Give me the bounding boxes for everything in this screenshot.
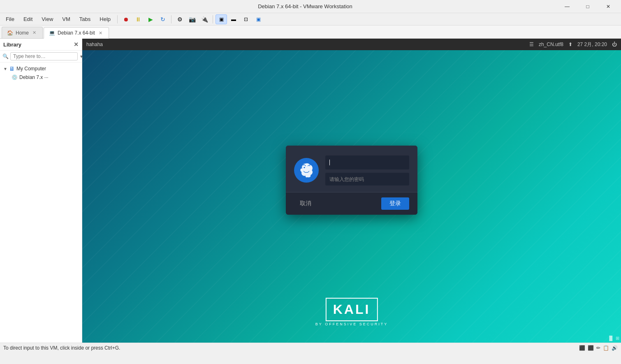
sidebar-tree: ▼ 🖥 My Computer 💿 Debian 7.x ··· xyxy=(0,63,82,343)
toolbar-btn-view3[interactable]: ⊡ xyxy=(240,14,252,24)
menu-view[interactable]: View xyxy=(37,14,57,24)
kali-bottom-logo: KALI BY OFFENSIVE SECURITY xyxy=(315,298,388,326)
toolbar-btn-refresh[interactable]: ↻ xyxy=(157,14,169,24)
toolbar-btn-view2[interactable]: ▬ xyxy=(228,14,239,24)
password-input[interactable] xyxy=(325,173,409,185)
toolbar-separator-2 xyxy=(171,15,171,23)
tab-home-close[interactable]: ✕ xyxy=(31,30,37,36)
login-dialog: 取消 登录 xyxy=(286,146,417,215)
svg-point-1 xyxy=(304,167,305,168)
vm-screen[interactable]: 取消 登录 KALI BY OFFENSIVE SECURITY ▐▌ ⊞ xyxy=(82,50,621,343)
datetime: 27 2月, 20:20 xyxy=(577,41,607,48)
kali-box: KALI xyxy=(326,298,378,321)
toolbar-separator xyxy=(117,15,118,23)
vm-system-tray: ▐▌ ⊞ xyxy=(606,334,621,343)
text-cursor xyxy=(329,160,330,165)
close-button[interactable]: ✕ xyxy=(599,0,618,13)
tray-icon-2: ⊞ xyxy=(616,336,619,341)
tab-debian-close[interactable]: ✕ xyxy=(97,30,104,36)
main-area: Library ✕ 🔍 ▼ ▼ 🖥 My Computer 💿 Debian 7… xyxy=(0,39,621,343)
status-icon-red: ⬛ xyxy=(588,345,594,351)
tab-home[interactable]: 🏠 Home ✕ xyxy=(2,27,43,38)
menu-icon[interactable]: ☰ xyxy=(529,42,534,47)
toolbar-btn-snapshot[interactable]: 📷 xyxy=(186,14,198,24)
search-input[interactable] xyxy=(10,52,78,60)
submit-button[interactable]: 登录 xyxy=(381,197,409,210)
debian-label: Debian 7.x ··· xyxy=(19,74,49,80)
status-bar: To direct input to this VM, click inside… xyxy=(0,343,621,352)
sidebar-title: Library xyxy=(3,42,21,48)
power-icon[interactable]: ⏻ xyxy=(612,42,617,47)
toolbar-btn-usb[interactable]: 🔌 xyxy=(199,14,210,24)
tray-icon-1: ▐▌ xyxy=(607,336,614,341)
tab-home-label: Home xyxy=(16,30,29,36)
sidebar: Library ✕ 🔍 ▼ ▼ 🖥 My Computer 💿 Debian 7… xyxy=(0,39,82,343)
window-title: Debian 7.x 64-bit - VMware Workstation xyxy=(53,3,558,9)
search-icon: 🔍 xyxy=(2,53,9,59)
menu-help[interactable]: Help xyxy=(95,14,115,24)
login-bottom: 取消 登录 xyxy=(286,192,417,215)
maximize-button[interactable]: □ xyxy=(578,0,597,13)
status-icon-green: ⬛ xyxy=(579,345,585,351)
login-top xyxy=(286,146,417,192)
password-cursor-row xyxy=(325,155,409,169)
menu-tabs[interactable]: Tabs xyxy=(75,14,95,24)
toolbar-btn-pause[interactable]: ⏸ xyxy=(132,14,144,24)
network-icon: ⬆ xyxy=(568,42,572,47)
toolbar-separator-3 xyxy=(213,15,213,23)
vm-topbar-right: ☰ zh_CN.utf8 ⬆ 27 2月, 20:20 ⏻ xyxy=(529,41,617,48)
debian-tab-icon: 💻 xyxy=(49,30,55,36)
sidebar-item-mycomputer[interactable]: ▼ 🖥 My Computer xyxy=(0,64,82,73)
login-inputs xyxy=(325,155,409,185)
locale-indicator: zh_CN.utf8 xyxy=(539,42,563,47)
sidebar-header: Library ✕ xyxy=(0,39,82,51)
tree-arrow-icon: ▼ xyxy=(3,67,7,71)
vm-topbar: hahaha ☰ zh_CN.utf8 ⬆ 27 2月, 20:20 ⏻ xyxy=(82,39,621,50)
cancel-button[interactable]: 取消 xyxy=(294,197,317,210)
tab-debian[interactable]: 💻 Debian 7.x 64-bit ✕ xyxy=(44,27,109,39)
title-bar: Debian 7.x 64-bit - VMware Workstation —… xyxy=(0,0,621,13)
window-controls: — □ ✕ xyxy=(558,0,618,13)
home-tab-icon: 🏠 xyxy=(7,30,13,36)
menu-file[interactable]: File xyxy=(2,14,19,24)
vm-area: hahaha ☰ zh_CN.utf8 ⬆ 27 2月, 20:20 ⏻ xyxy=(82,39,621,343)
status-right: ⬛ ⬛ ✏ 📋 🔊 xyxy=(579,345,618,351)
minimize-button[interactable]: — xyxy=(558,0,577,13)
vm-icon: 💿 xyxy=(12,74,18,80)
toolbar-btn-settings[interactable]: ⚙ xyxy=(174,14,185,24)
kali-logo-text: KALI xyxy=(333,302,371,317)
mycomputer-label: My Computer xyxy=(16,66,46,72)
sidebar-close-icon[interactable]: ✕ xyxy=(74,41,79,48)
kali-logo-circle xyxy=(294,158,319,183)
toolbar-btn-view1[interactable]: ▣ xyxy=(215,14,227,24)
menu-bar: File Edit View VM Tabs Help ⏺ ⏸ ▶ ↻ ⚙ 📷 … xyxy=(0,13,621,26)
status-icon-edit: ✏ xyxy=(596,345,600,351)
vm-hostname: hahaha xyxy=(86,42,103,47)
status-message: To direct input to this VM, click inside… xyxy=(3,345,120,351)
toolbar-btn-view4[interactable]: ▣ xyxy=(253,14,264,24)
sidebar-search-bar: 🔍 ▼ xyxy=(0,51,82,63)
kali-subtext: BY OFFENSIVE SECURITY xyxy=(315,322,388,326)
status-icon-audio: 🔊 xyxy=(612,345,618,351)
sidebar-item-debian[interactable]: 💿 Debian 7.x ··· xyxy=(0,73,82,81)
toolbar-btn-record[interactable]: ⏺ xyxy=(120,14,132,24)
tab-debian-label: Debian 7.x 64-bit xyxy=(58,30,95,36)
tab-bar: 🏠 Home ✕ 💻 Debian 7.x 64-bit ✕ xyxy=(0,26,621,39)
menu-vm[interactable]: VM xyxy=(58,14,74,24)
status-icon-clipboard: 📋 xyxy=(603,345,609,351)
menu-edit[interactable]: Edit xyxy=(19,14,37,24)
toolbar-btn-play[interactable]: ▶ xyxy=(145,14,156,24)
computer-icon: 🖥 xyxy=(9,65,15,72)
